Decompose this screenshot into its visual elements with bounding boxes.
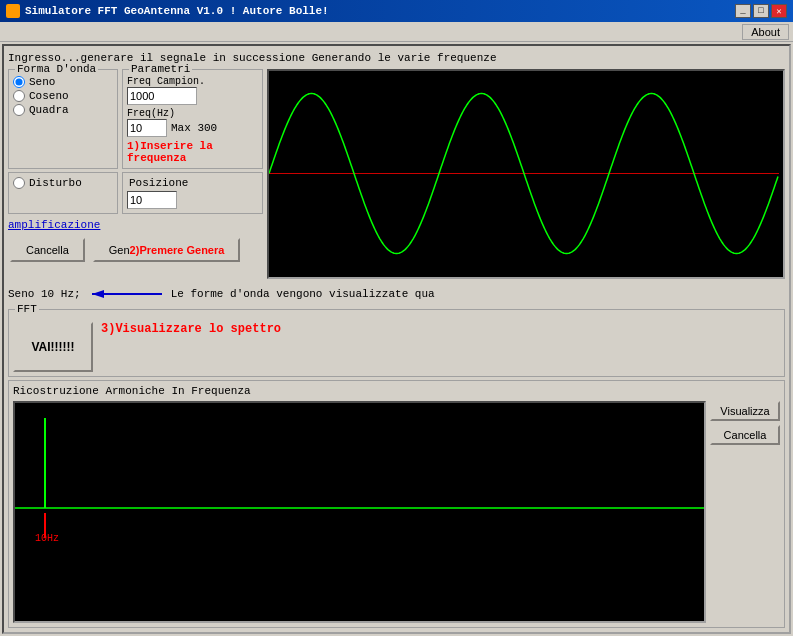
fft-hint-container: 3)Visualizzare lo spettro [101,322,281,336]
genera-label: Gen [109,244,130,256]
left-controls: Forma D'onda Seno Coseno Quadra [8,69,263,279]
radio-seno-input[interactable] [13,76,25,88]
top-section: Forma D'onda Seno Coseno Quadra [8,69,785,279]
radio-seno[interactable]: Seno [13,76,113,88]
about-button[interactable]: About [742,24,789,40]
spectrum-canvas [15,403,705,543]
amplificazione-link[interactable]: amplificazione [8,219,263,231]
radio-group: Seno Coseno Quadra [13,76,113,116]
radio-seno-label: Seno [29,76,55,88]
oscilloscope-canvas [269,71,779,276]
disturbo-label: Disturbo [29,177,82,189]
bottom-title: Ricostruzione Armoniche In Frequenza [13,385,780,397]
hint-container: 1)Inserire la frequenza [127,140,258,164]
fft-inner: VAI!!!!!! 3)Visualizzare lo spettro [13,316,780,372]
oscilloscope [267,69,785,279]
cancella-button[interactable]: Cancella [10,238,85,262]
instruction-text: Ingresso...generare il segnale in succes… [8,50,785,66]
forma-onda-box: Forma D'onda Seno Coseno Quadra [8,69,118,169]
annotation-text: Le forme d'onda vengono visualizzate qua [171,288,435,300]
visualizza-button[interactable]: Visualizza [710,401,780,421]
menu-bar: About [0,22,793,42]
hint-inserire: 1)Inserire la frequenza [127,140,213,164]
genera-button[interactable]: Gen2)Premere Genera [93,238,241,262]
max-label: Max 300 [171,122,217,134]
app-icon [6,4,20,18]
btn-row: Cancella Gen2)Premere Genera [8,234,263,266]
top-controls-row: Forma D'onda Seno Coseno Quadra [8,69,263,169]
freq-campion-label: Freq Campion. [127,76,258,87]
seno-label: Seno 10 Hz; [8,288,81,300]
vai-button[interactable]: VAI!!!!!! [13,322,93,372]
minimize-button[interactable]: _ [735,4,751,18]
arrow-svg [87,284,167,304]
bottom-cancella-button[interactable]: Cancella [710,425,780,445]
hint-visualizzare: 3)Visualizzare lo spettro [101,322,281,336]
bottom-buttons: Visualizza Cancella [710,401,780,623]
bottom-section: Ricostruzione Armoniche In Frequenza Vis… [8,380,785,628]
forma-onda-label: Forma D'onda [15,63,98,75]
posizione-input[interactable] [127,191,177,209]
title-bar-controls: _ □ ✕ [735,4,787,18]
freq-campion-input[interactable] [127,87,197,105]
disturbo-section: Disturbo [8,172,118,214]
posizione-section: Posizione [122,172,263,214]
close-button[interactable]: ✕ [771,4,787,18]
fft-section: FFT VAI!!!!!! 3)Visualizzare lo spettro [8,309,785,377]
title-bar: Simulatore FFT GeoAntenna V1.0 ! Autore … [0,0,793,22]
fft-label: FFT [15,303,39,315]
window-title: Simulatore FFT GeoAntenna V1.0 ! Autore … [25,5,329,17]
radio-disturbo[interactable]: Disturbo [13,177,113,189]
posizione-label: Posizione [127,177,258,189]
annotation: Le forme d'onda vengono visualizzate qua [87,284,435,304]
middle-row: Seno 10 Hz; Le forme d'onda vengono visu… [8,282,785,306]
radio-quadra-input[interactable] [13,104,25,116]
radio-coseno[interactable]: Coseno [13,90,113,102]
spectrum-display [13,401,706,623]
radio-quadra-label: Quadra [29,104,69,116]
freq-hz-label: Freq(Hz) [127,108,258,119]
bottom-content: Visualizza Cancella [13,401,780,623]
maximize-button[interactable]: □ [753,4,769,18]
hint-premere: 2)Premere Genera [130,244,225,256]
disturbo-posizione-row: Disturbo Posizione [8,172,263,214]
parametri-box: Parametri Freq Campion. Freq(Hz) Max 300 [122,69,263,169]
radio-quadra[interactable]: Quadra [13,104,113,116]
radio-coseno-input[interactable] [13,90,25,102]
main-window: Ingresso...generare il segnale in succes… [2,44,791,634]
freq-campion-row: Freq Campion. [127,76,258,105]
freq-hz-input[interactable] [127,119,167,137]
parametri-label: Parametri [129,63,192,75]
radio-disturbo-input[interactable] [13,177,25,189]
freq-hz-row-inner: Max 300 [127,119,258,137]
freq-hz-row: Freq(Hz) Max 300 [127,108,258,137]
radio-coseno-label: Coseno [29,90,69,102]
title-bar-left: Simulatore FFT GeoAntenna V1.0 ! Autore … [6,4,329,18]
